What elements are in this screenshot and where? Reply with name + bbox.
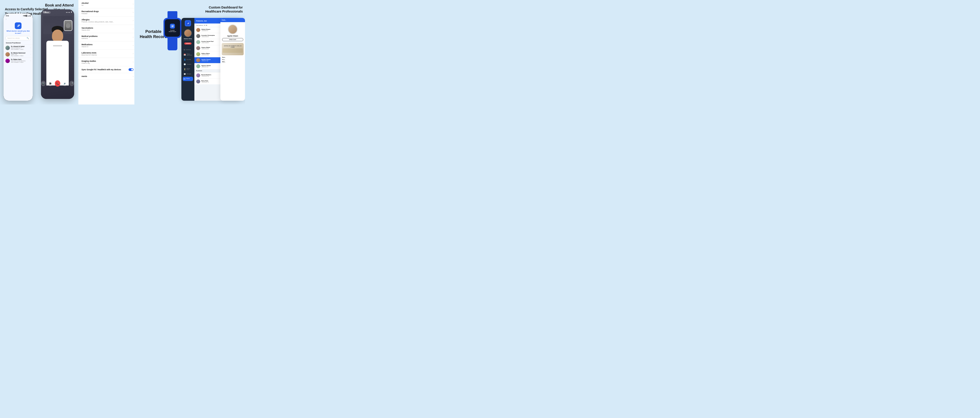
phone-left: 9:41 ▲ ▮ ‹ 𝒫 What doctor would you like … [3,13,33,101]
contact-avatar [228,24,238,34]
nav-dashboard-label: Dashboard [186,49,191,50]
health-item-ments[interactable]: ments › [78,73,137,80]
close-button[interactable]: Close [43,11,51,14]
chevron-icon: › [133,11,134,13]
nav-profile[interactable]: 👤 My profile [183,57,193,62]
smartwatch: 𝒫 Portable Health Report [161,11,184,51]
end-call-button[interactable]: 📞 [55,80,60,87]
dashboard-headline: Custom Dashboard for Healthcare Professi… [202,5,243,13]
nav-waiting[interactable]: ⏳ Waiting Room [183,67,193,71]
schedules-icon: 🕐 [184,63,186,65]
nav-profile-label: My profile [186,59,191,60]
sync-toggle[interactable] [129,68,134,71]
doctor-item-1[interactable]: Dr. Ahmed Al Qallaf Internal Medicine Ne… [3,44,33,51]
id-card-inner: STATE OF KUWAIT CIVIL ID CARD [222,43,243,55]
phone-video: 9:41 ▲▲▲ ▮ Close Dr. Fatma Al Ramadhan 0… [41,10,74,99]
pip-video [64,20,72,31]
section-wearable: Portable Health Record 𝒫 Portable Health… [134,0,186,104]
video-timer: 0:49 [41,78,74,80]
nav-messages[interactable]: 💬 Messages [183,72,193,76]
sort-value[interactable]: All [205,25,207,26]
contact-name: Aguilar Shawn [220,35,245,37]
nav-messages-label: Messages [186,73,191,74]
video-controls: 📷 🎥 📞 🔊 🎤 [41,80,74,87]
search-doctor-placeholder: Search for a doctor [7,37,27,39]
watch-band-bottom [167,38,177,50]
contact-header: Cont... [220,18,245,22]
nav-waiting-label: Waiting Room [186,68,192,70]
speaker-button[interactable]: 🔊 [62,81,67,86]
contact-field2: Mala... [220,61,245,63]
health-item-allergies[interactable]: Allergies Peanuts, coconut, dairy produc… [78,17,137,25]
app-logo: 𝒫 [15,22,22,29]
camera-button[interactable]: 📷 [41,81,46,86]
messages-icon: 💬 [184,73,186,75]
back-button[interactable]: ‹ [3,17,33,21]
chevron-icon: › [30,54,31,55]
mic-button[interactable]: 🎤 [69,81,74,86]
waiting-icon: ⏳ [184,68,186,70]
user-avatar [184,29,192,37]
chevron-icon: › [133,3,134,5]
chevron-icon: › [133,19,134,22]
chevron-icon: › [30,47,31,49]
nav-appointment[interactable]: 📅 Today's appointment [183,52,193,57]
watch-body: 𝒫 Portable Health Report [164,18,181,38]
chevron-icon: › [133,75,134,78]
patients-list-title: Patients_list [196,20,207,22]
appointment-icon: 📅 [184,54,186,56]
watch-screen: 𝒫 Portable Health Report [165,19,180,37]
logout-button[interactable]: LOGOUT [184,43,191,44]
sihaty-logo: 𝒫 [185,20,191,26]
chevron-icon: › [133,44,134,46]
profile-icon: 👤 [184,59,186,61]
sort-label: Sort patients [196,25,203,26]
contact-field-name2: Nour... [220,56,245,59]
health-item-imaging[interactable]: Imaging studies Chest X-ray › [78,58,137,66]
chevron-icon: › [133,36,134,38]
health-item-medications[interactable]: Medications Vitamin D › [78,41,137,50]
doctor-item-2[interactable]: Dr. Marwa Hammoud MBBS, MD Next availabl… [3,51,33,57]
dashboard-sidebar: 𝒫 Nadeem Alduaj nadeem@sihaty.com LOGOUT… [181,18,194,101]
patients-icon: 🛏 [184,78,185,80]
nav-appointment-label: Today's appointment [186,54,192,56]
battery-icon: ▮ [30,15,30,17]
section-dashboard: Custom Dashboard for Healthcare Professi… [181,0,245,104]
video-button[interactable]: 🎥 [48,81,52,86]
health-item-vaccinations[interactable]: Vaccinations Vitamin B12 › [78,25,137,33]
chevron-icon: › [30,60,31,62]
health-item-sync[interactable]: Sync Google Fit / HealthKit with my devi… [78,66,137,73]
health-item-alcohol[interactable]: Alcohol No › [78,0,137,8]
nav-dashboard[interactable]: ⊞ Dashboard [183,48,193,52]
contact-detail-panel: Cont... Aguilar Shawn OPEN CHAT STATE OF… [220,18,245,101]
health-item-drugs[interactable]: Recreational drugs Panadol › [78,8,137,17]
user-name: Nadeem Alduaj [184,38,192,40]
nav-schedules-label: Schedules [186,64,191,65]
chevron-down-icon: ▾ [204,24,205,26]
nav-patients-label: Patients [186,78,190,79]
section-video-call: Book and Attend Virtual Consultations 9:… [35,0,84,104]
watch-logo: 𝒫 [170,24,175,28]
search-icon: 🔍 [27,37,29,39]
search-doctor-input[interactable]: Search for a doctor 🔍 [5,36,31,40]
dashboard-icon: ⊞ [184,49,185,51]
health-item-lab[interactable]: Laboratory tests Blood test for vitamins… [78,50,137,58]
open-chat-button[interactable]: OPEN CHAT [222,38,243,41]
nav-schedules[interactable]: 🕐 Schedules [183,62,193,66]
wifi-icon: ▲ [27,15,29,17]
phone-status-bar: 9:41 ▲ ▮ [3,13,33,17]
chevron-icon: › [133,61,134,63]
section-health-list: Alcohol No › Recreational drugs Panadol … [78,0,137,104]
id-card: STATE OF KUWAIT CIVIL ID CARD [222,43,243,55]
phone-time: 9:41 [6,15,9,17]
contact-field-age: 31 y... [220,59,245,61]
chevron-icon: › [133,52,134,55]
video-doctor-name: Dr. Fatma Al Ramadhan [41,76,74,78]
chevron-icon: › [133,28,134,30]
health-item-medical[interactable]: Medical problems Asthama › [78,33,137,41]
doctor-question: What doctor would you like to see? [3,30,33,35]
specialty-label: General Practitioner [3,42,33,44]
watch-band-top [167,11,177,18]
nav-patients[interactable]: 🛏 Patients [183,77,193,81]
doctor-item-3[interactable]: Dr. Rabee Harb Specialist Family Medicin… [3,57,33,64]
